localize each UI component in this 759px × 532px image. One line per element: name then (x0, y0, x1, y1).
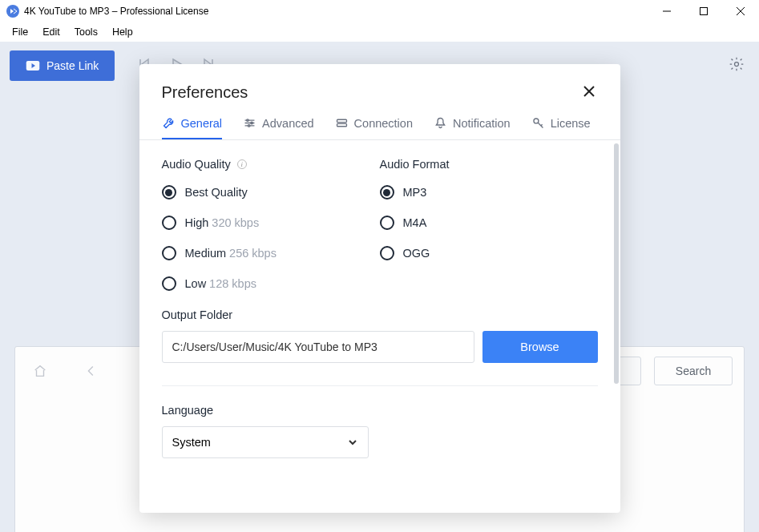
radio-icon (162, 276, 176, 291)
bell-icon (434, 116, 447, 130)
svg-point-5 (735, 62, 739, 66)
svg-rect-11 (337, 119, 346, 122)
radio-icon (380, 185, 394, 200)
radio-icon (162, 216, 176, 230)
window-close-button[interactable] (722, 0, 759, 22)
close-icon (583, 86, 595, 97)
info-icon[interactable]: i (237, 159, 247, 169)
window-title: 4K YouTube to MP3 – Professional License (24, 6, 208, 17)
svg-point-13 (534, 119, 539, 123)
radio-icon (380, 246, 394, 260)
key-icon (531, 116, 545, 130)
menu-tools[interactable]: Tools (67, 24, 105, 40)
menu-file[interactable]: File (5, 24, 35, 40)
format-mp3-radio[interactable]: MP3 (380, 185, 598, 200)
dialog-close-button[interactable] (583, 86, 598, 100)
audio-format-label: Audio Format (380, 158, 450, 171)
audio-quality-section: Audio Quality i Best Quality High320 kbp… (162, 158, 380, 307)
quality-high-radio[interactable]: High320 kbps (162, 216, 380, 230)
paste-link-label: Paste Link (46, 59, 99, 72)
language-select[interactable]: System (162, 426, 369, 458)
chevron-down-icon (347, 437, 358, 448)
format-ogg-radio[interactable]: OGG (380, 246, 598, 260)
quality-low-radio[interactable]: Low128 kbps (162, 276, 380, 291)
preferences-body: Audio Quality i Best Quality High320 kbp… (139, 140, 620, 493)
audio-format-section: Audio Format MP3 M4A OGG (380, 158, 598, 307)
tab-connection[interactable]: Connection (335, 116, 413, 139)
back-button[interactable] (78, 357, 105, 385)
app-icon (6, 5, 19, 18)
radio-icon (162, 185, 176, 200)
gear-icon (729, 56, 745, 72)
wrench-icon (162, 116, 176, 130)
radio-icon (380, 216, 394, 230)
preferences-dialog: Preferences General Advanced Connection … (139, 64, 620, 513)
home-button[interactable] (26, 357, 54, 385)
dialog-title: Preferences (162, 83, 248, 102)
section-divider (162, 385, 598, 386)
paste-link-icon (26, 60, 40, 71)
quality-best-radio[interactable]: Best Quality (162, 185, 380, 200)
connection-icon (335, 116, 349, 130)
tab-advanced[interactable]: Advanced (243, 116, 314, 139)
tab-notification[interactable]: Notification (434, 116, 511, 139)
output-folder-label: Output Folder (162, 308, 598, 321)
quality-medium-radio[interactable]: Medium256 kbps (162, 246, 380, 260)
svg-rect-12 (337, 123, 346, 126)
window-titlebar: 4K YouTube to MP3 – Professional License (0, 0, 759, 22)
window-maximize-button[interactable] (685, 0, 722, 22)
menu-help[interactable]: Help (105, 24, 140, 40)
svg-rect-1 (700, 8, 708, 15)
output-folder-input[interactable] (162, 331, 474, 363)
tab-license[interactable]: License (531, 116, 591, 139)
menu-edit[interactable]: Edit (35, 24, 67, 40)
radio-icon (162, 246, 176, 260)
output-folder-section: Output Folder Browse (162, 308, 598, 363)
language-label: Language (162, 404, 598, 417)
language-section: Language System (162, 404, 598, 458)
settings-button[interactable] (729, 56, 745, 75)
preferences-tabs: General Advanced Connection Notification… (139, 116, 620, 140)
audio-quality-label: Audio Quality (162, 158, 231, 171)
tab-general[interactable]: General (162, 116, 223, 139)
menu-bar: File Edit Tools Help (0, 22, 759, 42)
scrollbar[interactable] (614, 143, 619, 384)
language-value: System (172, 436, 211, 449)
paste-link-button[interactable]: Paste Link (10, 50, 115, 81)
sliders-icon (243, 116, 256, 130)
search-button[interactable]: Search (654, 357, 733, 385)
browse-button[interactable]: Browse (482, 331, 598, 363)
format-m4a-radio[interactable]: M4A (380, 216, 598, 230)
window-minimize-button[interactable] (648, 0, 685, 22)
